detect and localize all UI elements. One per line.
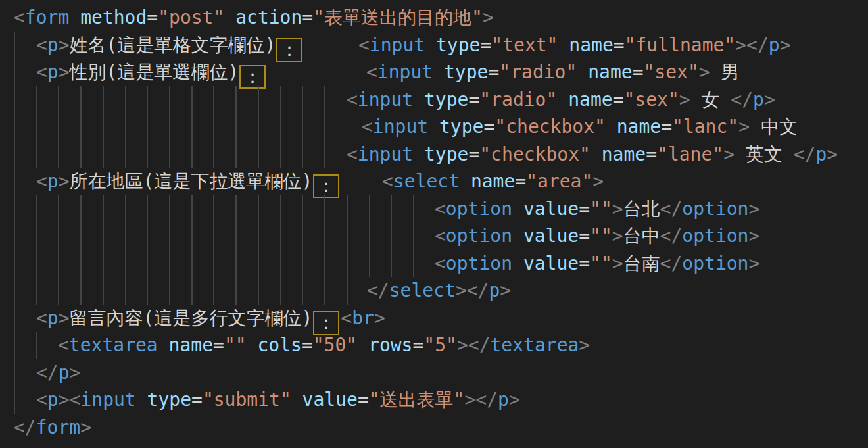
code-token: </	[660, 198, 683, 220]
code-token: =	[633, 61, 644, 83]
code-line: </p>	[0, 359, 868, 387]
code-token: 英文	[735, 143, 794, 165]
code-token: value	[523, 253, 579, 274]
code-token: p	[59, 362, 70, 384]
code-token: >	[509, 389, 520, 411]
code-token	[460, 170, 471, 192]
indent-guides	[14, 168, 15, 195]
code-token: <	[36, 389, 47, 411]
indent-guides	[14, 141, 326, 168]
code-token	[136, 389, 147, 411]
code-token: >	[612, 198, 623, 220]
code-segment: </select></p>	[367, 277, 511, 305]
code-token: >	[679, 89, 690, 111]
code-token: >	[748, 225, 760, 247]
code-token: =	[468, 143, 479, 165]
code-token: </	[660, 225, 683, 247]
code-token: p	[753, 89, 764, 111]
code-token: cols	[257, 334, 301, 356]
code-line: <option value="">台南</option>	[0, 250, 868, 278]
indent-guides	[14, 359, 15, 387]
code-token: =	[579, 198, 590, 220]
code-token: type	[439, 116, 483, 137]
indent-guides	[14, 305, 15, 332]
code-token: ""	[590, 225, 612, 247]
code-token: p	[47, 389, 59, 411]
code-token: <	[358, 34, 370, 56]
code-token: option	[446, 253, 512, 274]
code-token: select	[393, 170, 460, 192]
code-token: >	[612, 225, 623, 247]
code-token: >	[457, 334, 468, 356]
code-token: <	[435, 225, 446, 247]
code-token: <	[70, 389, 81, 411]
code-token: option	[682, 198, 748, 220]
code-token: >	[59, 34, 70, 56]
code-token: input	[370, 34, 425, 56]
code-line: <textarea name="" cols="50" rows="5"></t…	[0, 332, 868, 359]
code-token: form	[25, 7, 69, 28]
code-token: option	[682, 253, 748, 274]
code-token: </	[731, 89, 753, 111]
code-token	[433, 61, 444, 83]
code-token: >	[80, 416, 91, 438]
code-token	[591, 143, 602, 165]
code-token: >	[59, 389, 70, 411]
code-token: =	[661, 116, 672, 137]
indent-guides	[14, 195, 414, 223]
code-segment: <option value="">台北</option>	[435, 195, 760, 223]
code-token: </	[36, 362, 59, 384]
code-token: <	[36, 34, 47, 56]
indent-guides	[14, 86, 326, 114]
code-segment: <form method="post" action="表單送出的目的地">	[14, 4, 494, 32]
code-token: "送出表單"	[369, 389, 465, 411]
code-token: type	[424, 89, 468, 111]
code-token: >	[500, 280, 511, 301]
code-token: 台中	[623, 225, 660, 247]
indent-guides	[14, 32, 15, 59]
code-token	[413, 143, 424, 165]
code-token: >	[483, 7, 494, 28]
code-token: <	[36, 307, 47, 329]
code-line: <input type="radio" name="sex"> 女 </p>	[0, 86, 868, 114]
code-token: option	[682, 225, 748, 247]
code-token: <	[435, 198, 446, 220]
code-token: type	[436, 34, 480, 56]
code-token: >	[592, 170, 604, 192]
code-token: option	[446, 198, 512, 220]
code-token	[158, 334, 169, 356]
code-token: <	[14, 7, 25, 28]
code-token: </	[467, 280, 489, 301]
code-token: >	[70, 362, 81, 384]
code-token: p	[489, 280, 500, 301]
code-token: value	[523, 225, 579, 247]
code-token: method	[80, 7, 147, 28]
code-token: 留言內容(這是多行文字欄位)	[70, 307, 313, 329]
code-token: "text"	[491, 34, 558, 56]
code-token: >	[780, 34, 791, 56]
code-token	[247, 334, 258, 356]
indent-guides	[14, 332, 37, 359]
indent-guides	[14, 250, 414, 278]
code-token: >	[738, 116, 750, 137]
code-token: 所在地區(這是下拉選單欄位)	[70, 170, 313, 192]
code-token: input	[80, 389, 135, 411]
code-token: <	[36, 170, 47, 192]
code-segment: <input type="radio" name="sex"> 女 </p>	[347, 86, 775, 114]
code-token: ""	[590, 253, 612, 274]
code-token	[413, 89, 424, 111]
code-token: =	[579, 253, 590, 274]
code-token: p	[47, 61, 59, 83]
code-token: "fullname"	[625, 34, 736, 56]
indent-guides	[14, 222, 414, 250]
code-editor[interactable]: <form method="post" action="表單送出的目的地"><p…	[0, 0, 868, 448]
code-token: <	[366, 61, 377, 83]
code-token: "50"	[313, 334, 357, 356]
code-token: <	[347, 143, 358, 165]
code-token: >	[374, 307, 385, 329]
code-token: name	[602, 143, 646, 165]
code-token: 男	[710, 61, 740, 83]
code-token: =	[412, 334, 423, 356]
code-token: 性別(這是單選欄位)	[70, 61, 239, 83]
code-token: </	[660, 253, 683, 274]
